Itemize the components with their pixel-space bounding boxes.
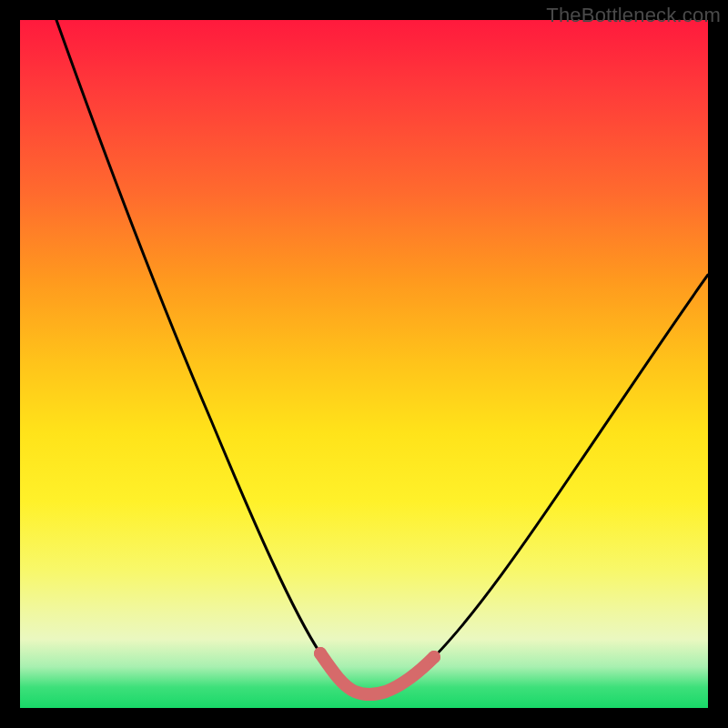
curve-layer <box>20 20 708 708</box>
watermark-text: TheBottleneck.com <box>546 4 721 27</box>
chart-frame <box>20 20 708 708</box>
trough-end-dot-left <box>314 647 327 660</box>
trough-highlight <box>320 653 434 694</box>
trough-end-dot-right <box>428 651 440 663</box>
bottleneck-curve <box>56 20 708 694</box>
